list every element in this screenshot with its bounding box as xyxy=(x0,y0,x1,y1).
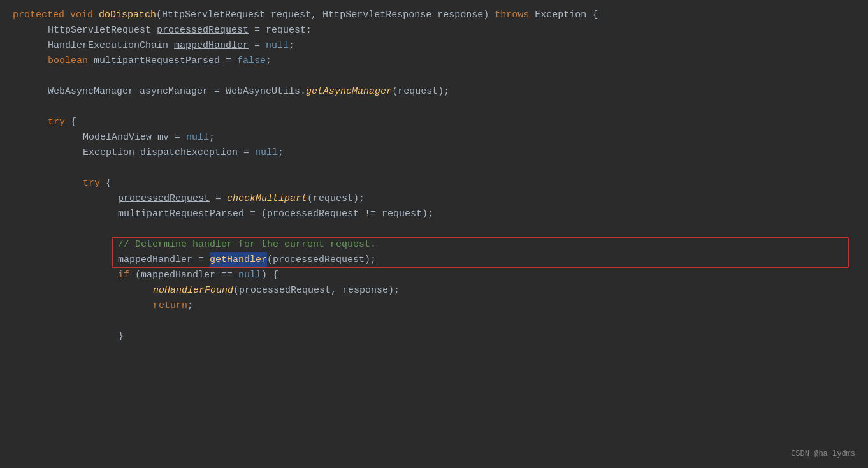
var-multipartRequestParsed: multipartRequestParsed xyxy=(94,54,220,69)
literal-false: false xyxy=(237,54,266,69)
code-line-16: // Determine handler for the current req… xyxy=(13,237,855,252)
code-line-4: boolean multipartRequestParsed = false ; xyxy=(13,54,855,69)
method-getHandler-selected: getHandler xyxy=(210,252,267,268)
empty-line-1 xyxy=(13,69,855,84)
keyword-try-outer: try xyxy=(48,115,65,130)
keyword-try-inner: try xyxy=(83,176,100,191)
method-name-doDispatch: doDispatch xyxy=(99,8,156,23)
empty-line-3 xyxy=(13,161,855,176)
code-line-14: multipartRequestParsed = ( processedRequ… xyxy=(13,207,855,222)
code-line-17: mappedHandler = getHandler (processedReq… xyxy=(13,252,855,268)
ref-processedRequest-2: processedRequest xyxy=(267,207,359,222)
empty-line-2 xyxy=(13,99,855,115)
code-line-20: return ; xyxy=(13,298,855,314)
literal-null-3: null xyxy=(255,145,278,161)
comment-determine-handler: // Determine handler for the current req… xyxy=(118,237,376,252)
var-asyncManager: asyncManager xyxy=(140,84,208,99)
code-line-22: } xyxy=(13,329,855,344)
code-line-12: try { xyxy=(13,176,855,191)
code-line-9: ModelAndView mv = null ; xyxy=(13,130,855,145)
highlight-region: // Determine handler for the current req… xyxy=(13,237,855,268)
code-line-13: processedRequest = checkMultipart (reque… xyxy=(13,191,855,207)
keyword-if: if xyxy=(118,268,129,283)
watermark: CSDN @ha_lydms xyxy=(791,448,855,460)
var-mappedHandler: mappedHandler xyxy=(174,38,249,54)
literal-null-4: null xyxy=(238,268,261,283)
code-line-18: if ( mappedHandler == null ) { xyxy=(13,268,855,283)
keyword-boolean: boolean xyxy=(48,54,88,69)
keyword-return: return xyxy=(153,298,187,314)
ref-processedRequest-1: processedRequest xyxy=(118,191,210,207)
literal-null-2: null xyxy=(186,130,209,145)
code-line-19: noHandlerFound (processedRequest, respon… xyxy=(13,283,855,298)
code-line-6: WebAsyncManager asyncManager = WebAsyncU… xyxy=(13,84,855,99)
code-line-1: protected void doDispatch (HttpServletRe… xyxy=(13,8,855,23)
keyword-void: void xyxy=(70,8,93,23)
literal-null-1: null xyxy=(266,38,289,54)
keyword-throws: throws xyxy=(495,8,529,23)
method-noHandlerFound: noHandlerFound xyxy=(153,283,233,298)
method-checkMultipart: checkMultipart xyxy=(227,191,307,207)
empty-line-4 xyxy=(13,222,855,237)
var-mv: mv xyxy=(157,130,169,145)
method-getAsyncManager: getAsyncManager xyxy=(306,84,392,99)
code-line-3: HandlerExecutionChain mappedHandler = nu… xyxy=(13,38,855,54)
code-editor: protected void doDispatch (HttpServletRe… xyxy=(0,0,868,352)
empty-line-5 xyxy=(13,314,855,329)
code-line-10: Exception dispatchException = null ; xyxy=(13,145,855,161)
var-processedRequest: processedRequest xyxy=(157,23,249,38)
keyword-protected: protected xyxy=(13,8,64,23)
ref-mappedHandler: mappedHandler xyxy=(118,252,192,268)
ref-multipartRequestParsed: multipartRequestParsed xyxy=(118,207,244,222)
var-dispatchException: dispatchException xyxy=(140,145,238,161)
code-line-8: try { xyxy=(13,115,855,130)
code-line-2: HttpServletRequest processedRequest = re… xyxy=(13,23,855,38)
ref-mappedHandler-2: mappedHandler xyxy=(141,268,215,283)
